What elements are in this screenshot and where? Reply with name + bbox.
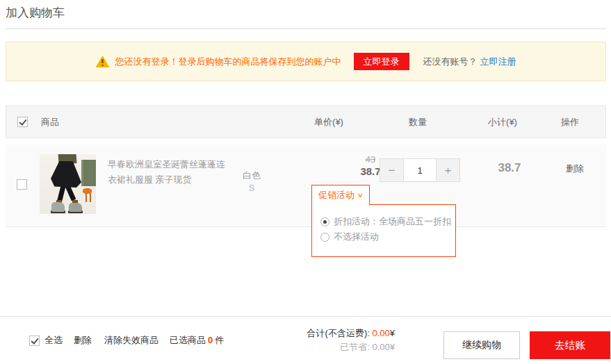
page-title: 加入购物车 bbox=[6, 5, 65, 21]
product-sku: 白色 S bbox=[229, 169, 274, 195]
quantity-increase-button[interactable]: + bbox=[436, 159, 459, 181]
item-delete-link[interactable]: 删除 bbox=[556, 163, 594, 175]
image-skirt bbox=[51, 161, 81, 188]
footer-left-actions: 全选 删除 清除失效商品 已选商品0件 bbox=[29, 317, 224, 364]
title-divider bbox=[6, 28, 606, 29]
select-all-footer-checkbox[interactable] bbox=[29, 336, 40, 346]
warning-triangle-icon bbox=[96, 56, 110, 67]
no-account-text: 还没有账号？ bbox=[423, 56, 478, 68]
product-title-link[interactable]: 早春欧洲皇室圣诞蕾丝蓬蓬连衣裙礼服服 亲子现货 bbox=[108, 157, 234, 188]
saved-value: 0.00¥ bbox=[372, 342, 395, 352]
promotion-option-label: 折扣活动：全场商品五一折扣 bbox=[334, 215, 451, 228]
cart-footer-bar: 全选 删除 清除失效商品 已选商品0件 合计(不含运费): 0.00¥ 已节省:… bbox=[0, 316, 611, 364]
cart-item-row: 早春欧洲皇室圣诞蕾丝蓬蓬连衣裙礼服服 亲子现货 白色 S 43 38.7 − +… bbox=[6, 144, 606, 227]
image-boot bbox=[69, 203, 82, 212]
chevron-down-icon: ∨ bbox=[357, 192, 364, 199]
select-all-label[interactable]: 全选 bbox=[44, 334, 63, 347]
product-color: 白色 bbox=[229, 169, 274, 182]
register-now-link[interactable]: 立即注册 bbox=[480, 56, 516, 68]
login-warning-banner: 您还没有登录！登录后购物车的商品将保存到您的账户中 立即登录 还没有账号？ 立即… bbox=[6, 42, 606, 81]
continue-shopping-button[interactable]: 继续购物 bbox=[443, 331, 520, 359]
promotion-option-label: 不选择活动 bbox=[334, 231, 379, 243]
product-size: S bbox=[229, 182, 274, 195]
totals-block: 合计(不含运费): 0.00¥ 已节省: 0.00¥ bbox=[257, 317, 395, 364]
cart-table-header: 商品 单价(¥) 数量 小计(¥) 操作 bbox=[6, 106, 606, 138]
quantity-input[interactable] bbox=[404, 159, 436, 181]
quantity-stepper: − + bbox=[380, 158, 460, 182]
image-cabinet bbox=[81, 160, 96, 186]
minus-icon: − bbox=[389, 165, 396, 176]
header-product: 商品 bbox=[41, 106, 59, 138]
promotion-dropdown-toggle[interactable]: 促销活动 ∨ bbox=[311, 185, 370, 205]
quantity-decrease-button[interactable]: − bbox=[380, 159, 404, 181]
promotion-option-none[interactable]: 不选择活动 bbox=[320, 229, 447, 245]
total-line: 合计(不含运费): 0.00¥ bbox=[307, 326, 395, 340]
promotion-dropdown-panel: 折扣活动：全场商品五一折扣 不选择活动 bbox=[311, 204, 456, 257]
promotion-label: 促销活动 bbox=[318, 189, 355, 201]
item-subtotal: 38.7 bbox=[478, 161, 541, 175]
plus-icon: + bbox=[445, 165, 452, 176]
selected-count-value: 0 bbox=[208, 335, 213, 345]
footer-delete-link[interactable]: 删除 bbox=[74, 334, 92, 347]
radio-selected-icon[interactable] bbox=[320, 217, 329, 226]
select-all-header-checkbox[interactable] bbox=[17, 117, 28, 127]
radio-unselected-icon[interactable] bbox=[320, 233, 329, 242]
item-checkbox[interactable] bbox=[17, 179, 27, 190]
checkout-button[interactable]: 去结账 bbox=[530, 331, 610, 359]
total-value: 0.00 bbox=[372, 328, 389, 338]
header-subtotal: 小计(¥) bbox=[471, 106, 534, 138]
clear-invalid-link[interactable]: 清除失效商品 bbox=[104, 334, 158, 347]
header-action: 操作 bbox=[551, 106, 589, 138]
login-now-button[interactable]: 立即登录 bbox=[354, 53, 409, 70]
saved-line: 已节省: 0.00¥ bbox=[340, 340, 395, 354]
header-unit-price: 单价(¥) bbox=[298, 106, 360, 138]
login-warning-message: 您还没有登录！登录后购物车的商品将保存到您的账户中 bbox=[115, 56, 341, 68]
total-currency: ¥ bbox=[390, 328, 395, 338]
product-image[interactable] bbox=[40, 154, 96, 214]
promotion-option-discount[interactable]: 折扣活动：全场商品五一折扣 bbox=[320, 214, 447, 229]
image-boot bbox=[51, 202, 65, 212]
selected-count-text: 已选商品0件 bbox=[170, 334, 224, 347]
header-quantity: 数量 bbox=[386, 106, 449, 138]
